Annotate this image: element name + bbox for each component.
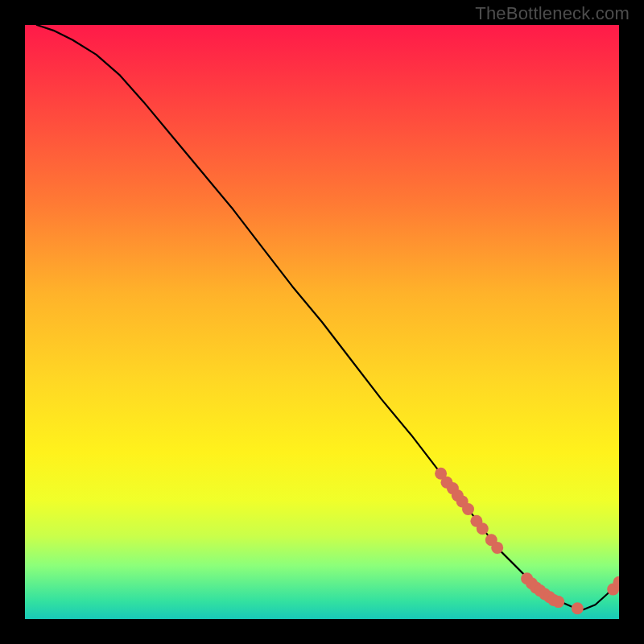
scatter-point [572, 602, 584, 614]
scatter-point [552, 596, 564, 608]
chart-outer-frame: TheBottleneck.com [0, 0, 644, 644]
chart-overlay-svg [25, 25, 619, 619]
scatter-point [462, 503, 474, 515]
main-curve [37, 25, 619, 609]
scatter-point [477, 522, 489, 535]
watermark-text: TheBottleneck.com [475, 3, 630, 24]
scatter-point [491, 542, 503, 554]
scatter-points [435, 468, 619, 615]
